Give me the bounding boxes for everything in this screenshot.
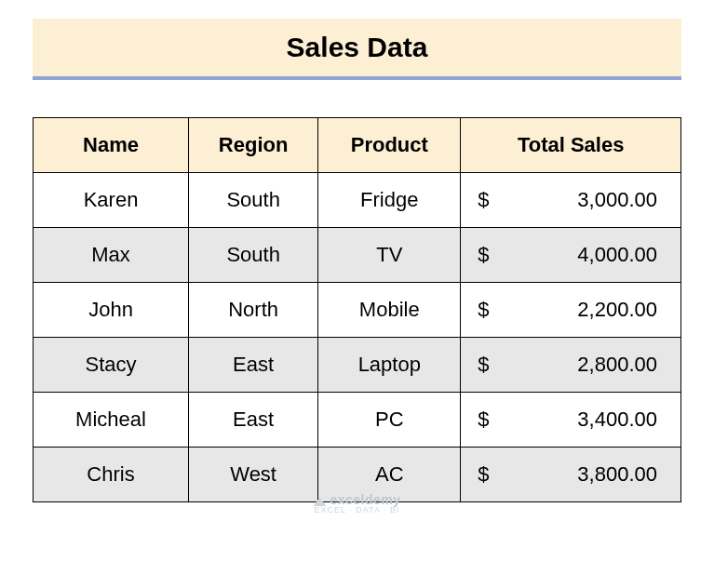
sales-amount: 3,400.00 [577, 408, 657, 432]
cell-total-sales: $ 2,200.00 [461, 283, 681, 338]
title-banner: Sales Data [33, 19, 681, 80]
watermark-icon [313, 493, 326, 506]
cell-total-sales: $ 3,000.00 [461, 173, 681, 228]
cell-region: East [189, 393, 318, 448]
cell-name: Karen [34, 173, 189, 228]
header-row: Name Region Product Total Sales [34, 118, 681, 173]
cell-region: South [189, 173, 318, 228]
currency-symbol: $ [478, 408, 489, 432]
cell-total-sales: $ 4,000.00 [461, 228, 681, 283]
sales-amount: 2,800.00 [577, 353, 657, 377]
currency-symbol: $ [478, 353, 489, 377]
cell-product: Mobile [318, 283, 461, 338]
cell-product: Fridge [318, 173, 461, 228]
watermark-sub: EXCEL · DATA · BI [33, 505, 681, 514]
sales-amount: 3,000.00 [577, 188, 657, 212]
cell-product: Laptop [318, 338, 461, 393]
currency-symbol: $ [478, 462, 489, 487]
currency-symbol: $ [478, 188, 489, 212]
cell-product: TV [318, 228, 461, 283]
sales-amount: 3,800.00 [577, 462, 657, 487]
table-row: Stacy East Laptop $ 2,800.00 [34, 338, 681, 393]
cell-total-sales: $ 3,400.00 [461, 393, 681, 448]
header-product: Product [318, 118, 461, 173]
header-name: Name [34, 118, 189, 173]
table-row: Micheal East PC $ 3,400.00 [34, 393, 681, 448]
currency-symbol: $ [478, 298, 489, 322]
sales-table: Name Region Product Total Sales Karen So… [33, 117, 681, 502]
cell-region: East [189, 338, 318, 393]
table-row: Max South TV $ 4,000.00 [34, 228, 681, 283]
cell-region: North [189, 283, 318, 338]
cell-region: South [189, 228, 318, 283]
cell-name: Max [34, 228, 189, 283]
cell-name: Micheal [34, 393, 189, 448]
watermark: exceldemy EXCEL · DATA · BI [33, 491, 681, 514]
header-region: Region [189, 118, 318, 173]
cell-product: PC [318, 393, 461, 448]
sales-amount: 2,200.00 [577, 298, 657, 322]
table-row: Karen South Fridge $ 3,000.00 [34, 173, 681, 228]
currency-symbol: $ [478, 243, 489, 267]
cell-total-sales: $ 2,800.00 [461, 338, 681, 393]
page-title: Sales Data [33, 32, 681, 63]
header-total-sales: Total Sales [461, 118, 681, 173]
table-row: John North Mobile $ 2,200.00 [34, 283, 681, 338]
cell-name: John [34, 283, 189, 338]
cell-name: Stacy [34, 338, 189, 393]
sales-amount: 4,000.00 [577, 243, 657, 267]
table-body: Karen South Fridge $ 3,000.00 Max South … [34, 173, 681, 502]
